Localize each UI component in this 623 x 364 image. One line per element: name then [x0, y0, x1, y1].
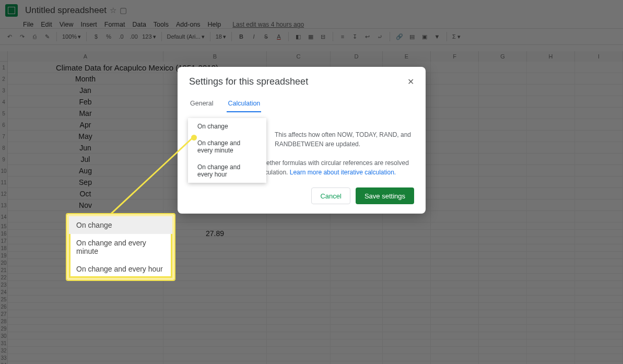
cell[interactable]: [431, 347, 479, 354]
cell[interactable]: [163, 310, 267, 318]
rotate-icon[interactable]: ⤾: [376, 32, 384, 41]
cell[interactable]: [431, 274, 479, 281]
cell[interactable]: [383, 288, 431, 296]
cell[interactable]: [383, 310, 431, 318]
cell[interactable]: [431, 199, 479, 211]
cell[interactable]: [575, 96, 623, 108]
cell[interactable]: [383, 339, 431, 347]
cell[interactable]: [331, 296, 383, 303]
zoom-select[interactable]: 100% ▾: [62, 33, 81, 40]
cell[interactable]: [8, 303, 163, 310]
cell[interactable]: [575, 266, 623, 274]
currency-icon[interactable]: $: [92, 32, 100, 41]
cell[interactable]: [8, 325, 163, 332]
cell[interactable]: [575, 288, 623, 296]
cell[interactable]: [383, 296, 431, 303]
column-header[interactable]: E: [383, 51, 431, 62]
menu-tools[interactable]: Tools: [154, 21, 169, 28]
cell[interactable]: [527, 318, 575, 325]
cell[interactable]: 27.89: [163, 230, 267, 237]
cell[interactable]: [431, 244, 479, 252]
cell[interactable]: [331, 361, 383, 364]
cell[interactable]: [479, 85, 527, 96]
row-header[interactable]: 6: [0, 119, 8, 131]
row-header[interactable]: 3: [0, 85, 8, 96]
menu-help[interactable]: Help: [208, 21, 221, 28]
cell[interactable]: [575, 131, 623, 142]
cell[interactable]: Apr: [8, 119, 163, 131]
cell[interactable]: [383, 252, 431, 259]
cell[interactable]: [431, 119, 479, 131]
cell[interactable]: [331, 310, 383, 318]
menu-view[interactable]: View: [60, 21, 74, 28]
column-header[interactable]: D: [331, 51, 383, 62]
column-header[interactable]: C: [267, 51, 331, 62]
cell[interactable]: [575, 222, 623, 230]
cell[interactable]: Jul: [8, 154, 163, 165]
cell[interactable]: [431, 85, 479, 96]
comment-icon[interactable]: ▤: [408, 32, 416, 41]
cell[interactable]: [267, 244, 331, 252]
cell[interactable]: [163, 303, 267, 310]
cell[interactable]: [331, 266, 383, 274]
cell[interactable]: [527, 119, 575, 131]
save-settings-button[interactable]: Save settings: [356, 187, 414, 204]
cell[interactable]: [527, 266, 575, 274]
cell[interactable]: [527, 296, 575, 303]
cell[interactable]: [163, 354, 267, 361]
cell[interactable]: [575, 230, 623, 237]
cell[interactable]: [267, 296, 331, 303]
cell[interactable]: [575, 244, 623, 252]
select-all-corner[interactable]: [0, 51, 8, 61]
cell[interactable]: [267, 303, 331, 310]
cell[interactable]: [431, 361, 479, 364]
cell[interactable]: [267, 318, 331, 325]
cell[interactable]: [575, 154, 623, 165]
cell[interactable]: [331, 288, 383, 296]
cell[interactable]: [527, 354, 575, 361]
cell[interactable]: [527, 165, 575, 177]
wrap-icon[interactable]: ↩: [363, 32, 372, 41]
cell[interactable]: [479, 142, 527, 154]
cell[interactable]: [331, 318, 383, 325]
undo-icon[interactable]: ↶: [5, 32, 14, 41]
document-title[interactable]: Untitled spreadsheet: [25, 5, 107, 16]
cell[interactable]: Aug: [8, 165, 163, 177]
cell[interactable]: [383, 244, 431, 252]
number-format[interactable]: 123 ▾: [142, 33, 156, 40]
cell[interactable]: [575, 325, 623, 332]
cell[interactable]: [575, 188, 623, 199]
cell[interactable]: [267, 222, 331, 230]
cell[interactable]: [527, 347, 575, 354]
bold-icon[interactable]: B: [237, 32, 245, 41]
cell[interactable]: [527, 108, 575, 119]
cell[interactable]: [163, 347, 267, 354]
cell[interactable]: [163, 325, 267, 332]
cell[interactable]: [331, 252, 383, 259]
row-header[interactable]: 30: [0, 332, 8, 339]
menu-data[interactable]: Data: [132, 21, 146, 28]
cell[interactable]: [267, 354, 331, 361]
cell[interactable]: [527, 142, 575, 154]
cell[interactable]: [331, 237, 383, 244]
cell[interactable]: [383, 361, 431, 364]
strike-icon[interactable]: S̶: [262, 32, 271, 41]
cell[interactable]: [331, 354, 383, 361]
cell[interactable]: [575, 73, 623, 85]
cell[interactable]: [267, 339, 331, 347]
cell[interactable]: [431, 96, 479, 108]
menu-addons[interactable]: Add-ons: [176, 21, 201, 28]
cell[interactable]: [479, 274, 527, 281]
column-header[interactable]: H: [527, 51, 575, 62]
cell[interactable]: [431, 154, 479, 165]
cell[interactable]: [267, 332, 331, 339]
text-color-icon[interactable]: A: [275, 32, 283, 41]
cell[interactable]: [527, 237, 575, 244]
cell[interactable]: [163, 288, 267, 296]
column-header[interactable]: I: [575, 51, 623, 62]
filter-icon[interactable]: ▼: [433, 32, 441, 41]
cell[interactable]: [8, 347, 163, 354]
close-icon[interactable]: ✕: [407, 77, 414, 87]
column-header[interactable]: F: [431, 51, 479, 62]
cell[interactable]: [163, 281, 267, 288]
